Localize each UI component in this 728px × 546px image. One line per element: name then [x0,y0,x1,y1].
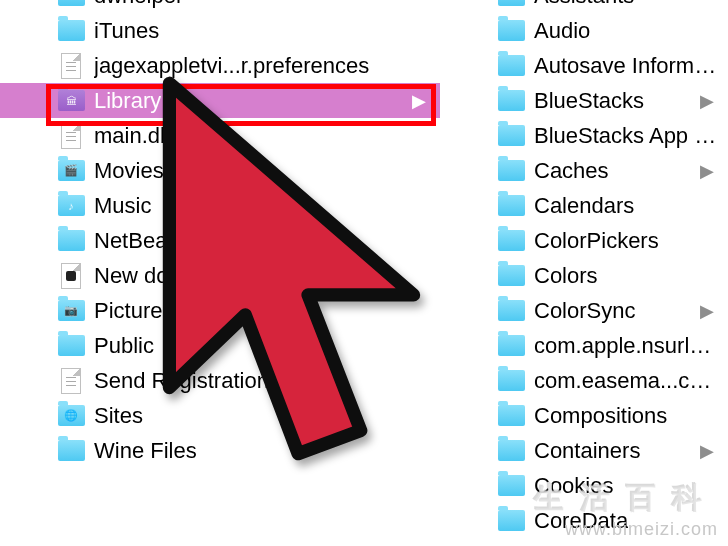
file-row-autosave-informatio[interactable]: Autosave Informatio [440,48,728,83]
file-label: main.db [94,123,172,149]
folder-icon [498,475,525,496]
folder-icon [498,300,525,321]
folder-icon [498,20,525,41]
folder-icon [498,510,525,531]
file-icon-slot [496,436,526,466]
file-row-netbeanspro[interactable]: NetBeansPro [0,223,440,258]
folder-icon [498,335,525,356]
file-row-send-registration[interactable]: Send Registration [0,363,440,398]
file-label: iTunes [94,18,159,44]
file-row-compositions[interactable]: Compositions [440,398,728,433]
file-icon-slot [496,51,526,81]
file-row-wine-files[interactable]: Wine Files [0,433,440,468]
file-icon-slot [56,226,86,256]
file-icon-slot [496,261,526,291]
file-row-main-db[interactable]: main.db [0,118,440,153]
file-label: BlueStacks App Play [534,123,722,149]
file-icon-slot [496,226,526,256]
file-label: Library [94,88,161,114]
file-label: Caches [534,158,609,184]
file-row-jagexappletvi-r-preferences[interactable]: jagexappletvi...r.preferences [0,48,440,83]
file-icon-slot: ♪ [56,191,86,221]
document-icon [61,123,81,149]
file-row-colorpickers[interactable]: ColorPickers [440,223,728,258]
file-icon-slot [496,296,526,326]
watermark-url: www.bimeizi.com [534,519,718,540]
folder-icon: 📷 [58,300,85,321]
file-row-audio[interactable]: Audio [440,13,728,48]
file-row-bluestacks[interactable]: BlueStacks▶ [440,83,728,118]
library-folder-icon: 🏛 [58,90,85,111]
file-label: Movies [94,158,164,184]
watermark-cn: 生活百科 [534,478,718,519]
file-row-colors[interactable]: Colors [440,258,728,293]
file-row-bluestacks-app-play[interactable]: BlueStacks App Play [440,118,728,153]
file-row-assistants[interactable]: Assistants [440,0,728,13]
file-icon-slot [56,261,86,291]
folder-icon [58,20,85,41]
file-label: jagexappletvi...r.preferences [94,53,369,79]
file-label: Containers [534,438,640,464]
file-icon-slot: 📷 [56,296,86,326]
file-row-sites[interactable]: 🌐Sites [0,398,440,433]
file-label: Music [94,193,151,219]
file-icon-slot [56,51,86,81]
file-icon-slot [496,366,526,396]
folder-icon [58,230,85,251]
file-label: ColorSync [534,298,635,324]
file-label: Wine Files [94,438,197,464]
file-icon-slot [496,0,526,11]
file-row-library[interactable]: 🏛Library▶ [0,83,440,118]
document-icon [61,53,81,79]
file-label: Send Registration [94,368,269,394]
file-row-pictures[interactable]: 📷Pictures [0,293,440,328]
file-icon-slot [56,0,86,11]
chevron-right-icon: ▶ [700,90,722,112]
file-label: Audio [534,18,590,44]
file-icon-slot: 🌐 [56,401,86,431]
file-label: Calendars [534,193,634,219]
file-icon-slot [56,366,86,396]
file-label: com.apple.nsurlsess [534,333,722,359]
file-label: Sites [94,403,143,429]
file-row-itunes[interactable]: iTunes [0,13,440,48]
chevron-right-icon: ▶ [700,300,722,322]
file-row-com-apple-nsurlsess[interactable]: com.apple.nsurlsess [440,328,728,363]
folder-icon [498,265,525,286]
folder-icon [58,440,85,461]
file-icon-slot [496,331,526,361]
file-row-music[interactable]: ♪Music [0,188,440,223]
file-label: Public [94,333,154,359]
document-icon [61,368,81,394]
file-row-colorsync[interactable]: ColorSync▶ [440,293,728,328]
file-row-com-easema-cclea[interactable]: com.easema...cClea [440,363,728,398]
file-row-dwhelper[interactable]: dwhelper [0,0,440,13]
file-label: New docume... [94,263,241,289]
file-icon-slot [56,121,86,151]
file-row-calendars[interactable]: Calendars [440,188,728,223]
file-label: Autosave Informatio [534,53,722,79]
file-row-new-docume[interactable]: New docume... [0,258,440,293]
folder-icon: ♪ [58,195,85,216]
file-icon-slot [496,191,526,221]
folder-icon [58,335,85,356]
file-row-movies[interactable]: 🎬Movies [0,153,440,188]
document-icon [61,263,81,289]
file-icon-slot: 🎬 [56,156,86,186]
folder-icon [498,160,525,181]
file-label: Pictures [94,298,173,324]
chevron-right-icon: ▶ [700,440,722,462]
file-icon-slot [496,156,526,186]
folder-icon: 🎬 [58,160,85,181]
folder-icon [498,440,525,461]
watermark: 生活百科 www.bimeizi.com [534,478,718,540]
file-row-caches[interactable]: Caches▶ [440,153,728,188]
folder-icon [498,90,525,111]
file-row-containers[interactable]: Containers▶ [440,433,728,468]
file-row-public[interactable]: Public [0,328,440,363]
finder-column-left: dwhelperiTunesjagexappletvi...r.preferen… [0,0,440,546]
folder-icon [498,195,525,216]
folder-icon [498,55,525,76]
file-label: BlueStacks [534,88,644,114]
file-icon-slot [496,121,526,151]
